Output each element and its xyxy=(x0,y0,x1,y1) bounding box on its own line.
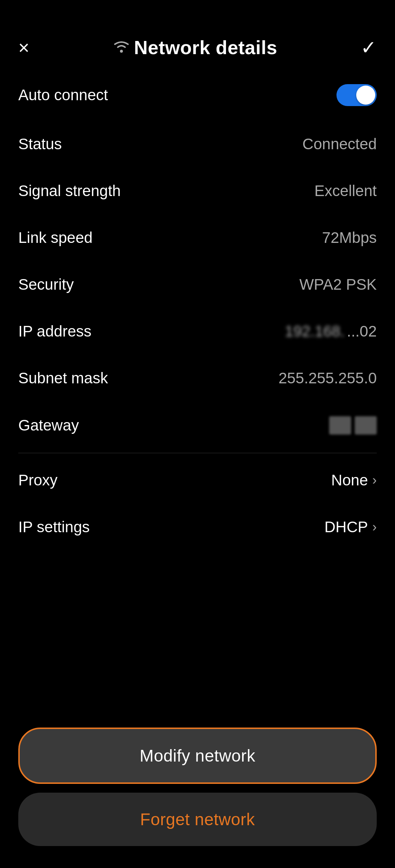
ip-address-visible-part: ...02 xyxy=(347,323,377,340)
signal-strength-row: Signal strength Excellent xyxy=(18,168,377,214)
ip-settings-label: IP settings xyxy=(18,518,90,536)
ip-address-row: IP address 192.168. ...02 xyxy=(18,308,377,355)
auto-connect-row: Auto connect xyxy=(18,69,377,121)
close-button[interactable]: × xyxy=(18,38,29,57)
auto-connect-label: Auto connect xyxy=(18,86,108,104)
network-details-screen: × Network details ✓ Auto connect xyxy=(0,0,395,868)
buttons-area: Modify network Forget network xyxy=(0,717,395,868)
ip-address-blurred-part: 192.168. xyxy=(285,323,345,340)
link-speed-row: Link speed 72Mbps xyxy=(18,214,377,261)
proxy-value-chevron: None › xyxy=(331,471,377,489)
auto-connect-toggle[interactable] xyxy=(336,84,377,106)
wifi-signal-icon xyxy=(113,38,130,57)
subnet-mask-row: Subnet mask 255.255.255.0 xyxy=(18,355,377,402)
gateway-blurred-block-1 xyxy=(329,416,351,435)
forget-network-button[interactable]: Forget network xyxy=(18,793,377,846)
status-label: Status xyxy=(18,135,62,153)
subnet-mask-label: Subnet mask xyxy=(18,369,108,387)
security-value: WPA2 PSK xyxy=(299,276,377,293)
security-row: Security WPA2 PSK xyxy=(18,261,377,308)
content-area: Auto connect Status Connected Signal str… xyxy=(0,69,395,717)
svg-point-0 xyxy=(120,50,123,53)
proxy-chevron-icon: › xyxy=(372,473,377,488)
toggle-thumb xyxy=(356,86,375,105)
ip-settings-chevron-icon: › xyxy=(372,519,377,535)
proxy-value: None xyxy=(331,471,368,489)
page-title: Network details xyxy=(134,37,277,59)
gateway-blurred-block-2 xyxy=(355,416,377,435)
signal-strength-value: Excellent xyxy=(315,182,377,200)
wifi-icon-title-area: Network details xyxy=(113,37,277,59)
gateway-label: Gateway xyxy=(18,417,79,434)
status-bar xyxy=(0,0,395,22)
gateway-value xyxy=(329,416,377,435)
link-speed-label: Link speed xyxy=(18,229,93,247)
ip-settings-value: DHCP xyxy=(324,518,368,536)
security-label: Security xyxy=(18,276,74,293)
section-divider xyxy=(18,453,377,453)
ip-settings-value-chevron: DHCP › xyxy=(324,518,377,536)
proxy-row[interactable]: Proxy None › xyxy=(18,457,377,504)
ip-address-label: IP address xyxy=(18,323,91,340)
status-value: Connected xyxy=(302,135,377,153)
signal-strength-label: Signal strength xyxy=(18,182,121,200)
modify-network-button[interactable]: Modify network xyxy=(18,728,377,784)
ip-settings-row[interactable]: IP settings DHCP › xyxy=(18,504,377,551)
link-speed-value: 72Mbps xyxy=(322,229,377,247)
proxy-label: Proxy xyxy=(18,471,57,489)
confirm-button[interactable]: ✓ xyxy=(361,38,377,57)
gateway-row: Gateway xyxy=(18,402,377,449)
status-row: Status Connected xyxy=(18,121,377,168)
ip-address-value: 192.168. ...02 xyxy=(285,323,377,340)
subnet-mask-value: 255.255.255.0 xyxy=(278,369,377,387)
header: × Network details ✓ xyxy=(0,22,395,69)
